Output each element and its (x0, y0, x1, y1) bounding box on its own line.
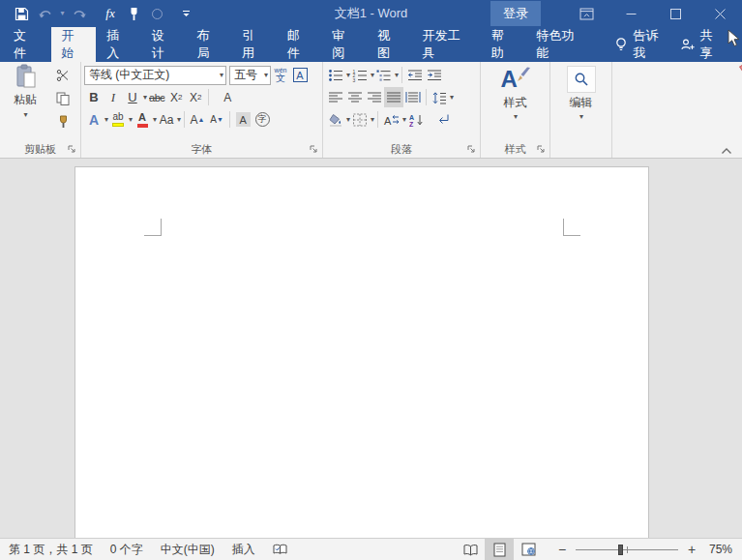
customize-qat-icon[interactable] (174, 2, 197, 25)
close-button[interactable] (697, 0, 742, 27)
multilevel-dropdown-icon[interactable]: ▾ (395, 72, 399, 79)
styles-dialog-launcher-icon[interactable] (537, 145, 546, 154)
bold-button[interactable]: B (84, 87, 104, 107)
justify-button[interactable] (384, 87, 403, 107)
paragraph-dialog-launcher-icon[interactable] (467, 145, 476, 154)
align-right-button[interactable] (365, 87, 384, 107)
font-name-dropdown-icon[interactable]: ▾ (220, 72, 223, 79)
change-case-dropdown-icon[interactable]: ▾ (177, 116, 181, 124)
tab-mailings[interactable]: 邮件 (277, 27, 322, 62)
editing-dropdown-icon[interactable]: ▾ (579, 113, 583, 121)
editing-button[interactable]: 编辑 ▾ (553, 64, 608, 140)
page-number-status[interactable]: 第 1 页，共 1 页 (0, 539, 102, 560)
styles-dropdown-icon[interactable]: ▾ (514, 113, 518, 121)
insert-mode-status[interactable]: 插入 (223, 539, 264, 560)
text-effects-button[interactable]: A (84, 109, 104, 130)
collapse-ribbon-icon[interactable] (721, 147, 732, 155)
paste-dropdown-icon[interactable]: ▾ (23, 111, 27, 119)
document-area[interactable] (0, 159, 742, 538)
decrease-indent-button[interactable] (405, 65, 425, 85)
distribute-button[interactable] (403, 87, 423, 107)
tab-home[interactable]: 开始 (51, 27, 97, 62)
proofing-status-icon[interactable] (264, 539, 296, 560)
font-color-button[interactable]: A (133, 109, 152, 130)
multilevel-list-button[interactable] (374, 65, 394, 85)
clipboard-dialog-launcher-icon[interactable] (68, 145, 76, 154)
italic-button[interactable]: I (104, 87, 123, 107)
copy-icon[interactable] (51, 87, 74, 110)
tell-me-box[interactable]: 告诉我 (610, 27, 672, 62)
word-count-status[interactable]: 0 个字 (102, 539, 152, 560)
undo-icon[interactable] (33, 2, 56, 25)
undo-dropdown-icon[interactable]: ▾ (56, 2, 68, 25)
tab-insert[interactable]: 插入 (96, 27, 141, 62)
cut-icon[interactable] (51, 64, 74, 87)
borders-dropdown-icon[interactable]: ▾ (371, 116, 374, 124)
format-painter-icon[interactable] (51, 110, 74, 133)
phonetic-guide-button[interactable]: wén 文 (271, 65, 290, 85)
save-icon[interactable] (10, 2, 33, 25)
svg-text:Z: Z (409, 121, 414, 127)
enclose-characters-button[interactable]: 字 (252, 109, 272, 130)
bullets-button[interactable] (326, 65, 345, 85)
line-spacing-dropdown-icon[interactable]: ▾ (450, 94, 454, 102)
tab-review[interactable]: 审阅 (321, 27, 367, 62)
shrink-font-button[interactable]: A▼ (207, 109, 226, 130)
borders-button[interactable] (350, 109, 370, 130)
tab-features[interactable]: 特色功能 (525, 27, 594, 62)
asian-layout-button[interactable]: A (381, 109, 401, 130)
web-layout-view-icon[interactable] (514, 539, 543, 560)
language-status[interactable]: 中文(中国) (152, 539, 223, 560)
font-name-value: 等线 (中文正文) (89, 67, 169, 83)
increase-indent-button[interactable] (425, 65, 444, 85)
zoom-slider[interactable] (576, 549, 678, 550)
styles-button[interactable]: A 样式 ▾ (485, 64, 547, 140)
insert-function-icon[interactable]: fx (99, 2, 122, 25)
font-dialog-launcher-icon[interactable] (310, 145, 318, 154)
numbering-button[interactable]: 123 (350, 65, 370, 85)
align-left-button[interactable] (326, 87, 345, 107)
read-mode-view-icon[interactable] (456, 539, 485, 560)
highlight-button[interactable]: ab (108, 109, 128, 130)
minimize-button[interactable] (608, 0, 653, 27)
tab-layout[interactable]: 布局 (186, 27, 231, 62)
zoom-slider-thumb[interactable] (618, 545, 623, 555)
clear-formatting-button[interactable]: A (218, 87, 237, 107)
subscript-button[interactable]: X2 (166, 87, 186, 107)
paste-button[interactable]: 粘贴 ▾ (3, 64, 47, 133)
zoom-in-button[interactable]: + (682, 539, 701, 560)
show-hide-marks-button[interactable] (433, 109, 453, 130)
sort-button[interactable]: AZ (406, 109, 426, 130)
font-size-combo[interactable]: 五号 ▾ (229, 66, 271, 85)
ribbon-display-options-icon[interactable] (564, 0, 608, 27)
redo-icon[interactable] (68, 2, 91, 25)
sign-in-button[interactable]: 登录 (490, 1, 541, 26)
character-shading-button[interactable]: A (233, 109, 252, 130)
underline-button[interactable]: U (123, 87, 142, 107)
print-layout-view-icon[interactable] (485, 539, 514, 560)
tab-help[interactable]: 帮助 (481, 27, 526, 62)
font-group: 等线 (中文正文) ▾ 五号 ▾ wén 文 A (81, 62, 323, 158)
tab-references[interactable]: 引用 (231, 27, 277, 62)
tab-file[interactable]: 文件 (0, 27, 51, 62)
line-spacing-button[interactable] (430, 87, 449, 107)
character-border-button[interactable]: A (290, 65, 310, 85)
share-button[interactable]: 共享 (672, 27, 731, 62)
font-name-combo[interactable]: 等线 (中文正文) ▾ (84, 66, 226, 85)
tab-design[interactable]: 设计 (141, 27, 187, 62)
font-size-dropdown-icon[interactable]: ▾ (264, 72, 268, 79)
align-center-button[interactable] (345, 87, 365, 107)
format-painter-qat-icon[interactable] (122, 2, 145, 25)
grow-font-button[interactable]: A▲ (188, 109, 207, 130)
document-page[interactable] (74, 166, 649, 538)
change-case-button[interactable]: Aa (157, 109, 176, 130)
strikethrough-button[interactable]: abc (147, 87, 166, 107)
zoom-out-button[interactable]: − (552, 539, 572, 560)
superscript-button[interactable]: X2 (186, 87, 205, 107)
tab-developer[interactable]: 开发工具 (411, 27, 480, 62)
zoom-level[interactable]: 75% (701, 543, 742, 556)
maximize-button[interactable] (653, 0, 697, 27)
circle-icon[interactable] (145, 2, 168, 25)
shading-button[interactable] (326, 109, 345, 130)
tab-view[interactable]: 视图 (367, 27, 412, 62)
